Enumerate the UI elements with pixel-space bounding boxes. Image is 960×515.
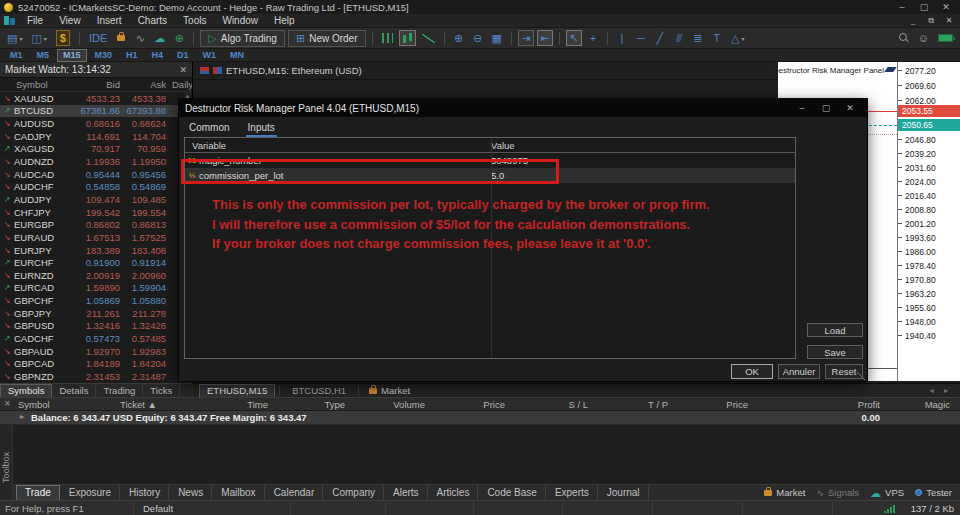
tester-service[interactable]: Tester [915, 487, 952, 498]
market-watch-row[interactable]: ↘AUDCAD0.954440.95456 [0, 168, 192, 181]
menu-view[interactable]: View [51, 14, 89, 27]
toolbox-tab-company[interactable]: Company [323, 485, 384, 501]
toolbox-col-tp[interactable]: T / P [578, 399, 668, 410]
chart-window-titlebar[interactable]: ETHUSD,M15: Ethereum (USD) [195, 62, 778, 80]
market-watch-row[interactable]: ↘CADJPY114.691114.704 [0, 130, 192, 143]
market-watch-tab-trading[interactable]: Trading [96, 385, 143, 397]
dialog-maximize-icon[interactable]: ▢ [815, 102, 837, 115]
menu-file[interactable]: File [19, 14, 51, 27]
market-watch-row[interactable]: ↘XAUUSD4533.234533.38 [0, 92, 192, 105]
market-watch-column-headers[interactable]: Symbol Bid Ask Daily C.. [0, 78, 192, 92]
market-watch-row[interactable]: ↗XAGUSD70.91770.959 [0, 143, 192, 156]
market-watch-row[interactable]: ↘GBPCAD1.841891.84204 [0, 357, 192, 370]
market-watch-tab-symbols[interactable]: Symbols [0, 384, 52, 397]
toolbox-col-magic[interactable]: Magic [860, 399, 950, 410]
market-watch-row[interactable]: ↗EURCAD1.598901.59904 [0, 282, 192, 295]
toolbox-tab-experts[interactable]: Experts [546, 485, 598, 501]
menu-insert[interactable]: Insert [89, 14, 130, 27]
toolbox-tab-news[interactable]: News [169, 485, 212, 501]
timeframe-d1[interactable]: D1 [171, 49, 195, 62]
market-watch-row[interactable]: ↗EURCHF0.919000.91914 [0, 256, 192, 269]
crosshair-icon[interactable]: + [585, 30, 601, 46]
market-watch-tab-details[interactable]: Details [52, 385, 96, 397]
market-watch-row[interactable]: ↘AUDUSD0.686160.68624 [0, 117, 192, 130]
col-daily-change[interactable]: Daily C.. [166, 79, 192, 90]
accounts-icon[interactable]: $ [53, 30, 73, 46]
market-watch-row[interactable]: ↗AUDJPY109.474109.485 [0, 193, 192, 206]
toolbox-tab-code-base[interactable]: Code Base [478, 485, 545, 501]
bar-chart-mode-icon[interactable] [379, 30, 396, 46]
search-icon[interactable] [896, 30, 912, 46]
toolbox-col-price[interactable]: Price [658, 399, 748, 410]
chart-profile-icon[interactable]: ▤▾ [4, 30, 25, 46]
child-close-icon[interactable]: ✕ [941, 14, 957, 27]
timeframe-m1[interactable]: M1 [4, 49, 29, 62]
toolbox-tab-alerts[interactable]: Alerts [384, 485, 428, 501]
toolbox-col-sl[interactable]: S / L [498, 399, 588, 410]
community-icon[interactable]: ⊕ [171, 30, 187, 46]
vertical-line-icon[interactable]: | [614, 30, 630, 46]
toolbox-tab-trade[interactable]: Trade [16, 485, 60, 501]
market-watch-row[interactable]: ↗BTCUSD67381.8667393.88 [0, 105, 192, 118]
line-chart-mode-icon[interactable] [419, 30, 438, 46]
market-watch-row[interactable]: ↘EURAUD1.675131.67525 [0, 231, 192, 244]
dialog-titlebar[interactable]: Destructor Risk Manager Panel 4.04 (ETHU… [179, 99, 867, 117]
col-ask[interactable]: Ask [120, 79, 166, 90]
toolbox-col-ticket[interactable]: Ticket ▲ [120, 399, 157, 410]
shift-end-icon[interactable]: ⇥ [518, 30, 534, 46]
user-account-icon[interactable]: ☺ [915, 30, 932, 46]
timeframe-m15[interactable]: M15 [57, 49, 87, 62]
timeframe-h1[interactable]: H1 [120, 49, 144, 62]
auto-scroll-icon[interactable]: ⇤ [537, 30, 553, 46]
timeframe-h4[interactable]: H4 [146, 49, 170, 62]
toolbox-col-volume[interactable]: Volume [335, 399, 425, 410]
col-bid[interactable]: Bid [74, 79, 120, 90]
market-bag-icon[interactable] [113, 30, 129, 46]
ok-button[interactable]: OK [731, 364, 773, 379]
dialog-close-icon[interactable]: ✕ [839, 102, 861, 115]
timeframe-mn[interactable]: MN [224, 49, 250, 62]
signals-icon[interactable]: ∿ [132, 30, 148, 46]
new-order-button[interactable]: ⊞New Order [288, 30, 366, 47]
toolbox-col-type[interactable]: Type [255, 399, 345, 410]
grid-icon[interactable]: ▦ [489, 30, 505, 46]
col-symbol[interactable]: Symbol [0, 79, 74, 90]
child-minimize-icon[interactable]: _ [905, 14, 921, 27]
market-watch-row[interactable]: ↘GBPJPY211.261211.278 [0, 307, 192, 320]
dialog-minimize-icon[interactable]: – [791, 102, 813, 115]
toolbox-tab-mailbox[interactable]: Mailbox [212, 485, 264, 501]
toolbox-close-icon[interactable]: ✕ [4, 399, 11, 408]
market-watch-row[interactable]: ↘GBPAUD1.929701.92983 [0, 345, 192, 358]
market-watch-row[interactable]: ↘GBPNZD2.314532.31487 [0, 370, 192, 383]
market-watch-row[interactable]: ↘EURNZD2.009192.00960 [0, 269, 192, 282]
dialog-tab-common[interactable]: Common [187, 120, 232, 137]
toolbox-side-strip[interactable]: Toolbox [0, 425, 13, 500]
menu-help[interactable]: Help [266, 14, 303, 27]
profile-name[interactable]: Default [143, 503, 173, 514]
market-watch-row[interactable]: ↘AUDNZD1.199361.19950 [0, 155, 192, 168]
timeframe-m30[interactable]: M30 [89, 49, 119, 62]
market-watch-row[interactable]: ↘EURJPY183.389183.408 [0, 244, 192, 257]
fibonacci-icon[interactable]: ≣ [690, 30, 706, 46]
vps-cloud-icon[interactable]: ☁ [151, 30, 168, 46]
timeframe-w1[interactable]: W1 [197, 49, 223, 62]
menu-window[interactable]: Window [214, 14, 266, 27]
menu-tools[interactable]: Tools [175, 14, 214, 27]
vps-service[interactable]: ☁VPS [870, 486, 904, 500]
tab-scroll-arrows-icon[interactable]: ◂ ▸ [930, 386, 960, 395]
market-watch-row[interactable]: ↘GBPUSD1.324161.32426 [0, 320, 192, 333]
annuler-button[interactable]: Annuler [778, 364, 820, 379]
market-watch-row[interactable]: ↘EURGBP0.868020.86813 [0, 218, 192, 231]
zoom-out-icon[interactable]: ⊖ [470, 30, 486, 46]
balance-row[interactable]: ▸ Balance: 6 343.47 USD Equity: 6 343.47… [0, 411, 960, 425]
toolbox-tab-history[interactable]: History [120, 485, 169, 501]
close-icon[interactable]: ✕ [936, 1, 956, 14]
price-axis[interactable]: 2053.55 2050.65 2077.202069.602062.00204… [897, 62, 960, 381]
candlestick-mode-icon[interactable] [399, 30, 416, 46]
maximize-icon[interactable]: ▢ [914, 1, 934, 14]
market-watch-row[interactable]: ↘GBPCHF1.058691.05880 [0, 294, 192, 307]
market-watch-row[interactable]: ↘AUDCHF0.548580.54869 [0, 180, 192, 193]
channel-icon[interactable]: ⫻ [671, 30, 687, 46]
market-watch-row[interactable]: ↘CHFJPY199.542199.554 [0, 206, 192, 219]
window-tile-icon[interactable]: ◫▾ [28, 30, 49, 46]
